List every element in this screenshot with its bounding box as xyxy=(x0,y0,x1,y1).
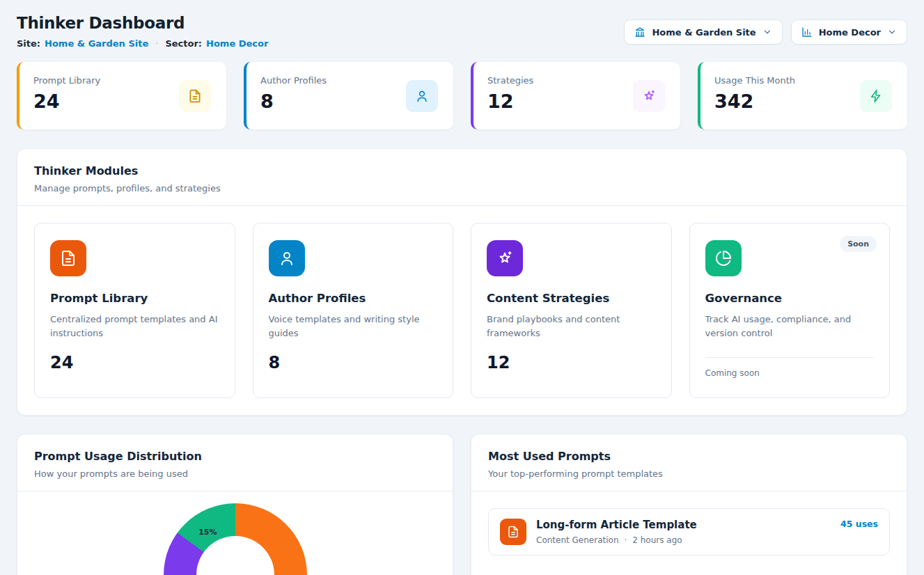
sector-switcher-label: Home Decor xyxy=(819,27,881,38)
divider xyxy=(705,357,875,358)
modules-subtitle: Manage prompts, profiles, and strategies xyxy=(34,183,890,194)
module-description: Voice templates and writing style guides xyxy=(269,313,438,340)
site-link[interactable]: Home & Garden Site xyxy=(45,38,148,49)
prompt-item-time: 2 hours ago xyxy=(632,535,682,545)
modules-title: Thinker Modules xyxy=(34,164,890,178)
bottom-row: Prompt Usage Distribution How your promp… xyxy=(17,434,907,575)
stat-card-author-profiles: Author Profiles 8 xyxy=(244,62,453,129)
stats-row: Prompt Library 24 Author Profiles 8 Stra… xyxy=(17,62,907,129)
module-card-author-profiles[interactable]: Author Profiles Voice templates and writ… xyxy=(253,223,454,398)
module-title: Governance xyxy=(705,292,875,305)
file-text-icon xyxy=(500,519,526,545)
breadcrumb: Site: Home & Garden Site · Sector: Home … xyxy=(17,38,268,49)
module-title: Content Strategies xyxy=(487,292,656,305)
site-label: Site: xyxy=(17,38,40,49)
prompt-item-title: Long-form Article Template xyxy=(536,519,697,531)
module-card-governance[interactable]: Soon Governance Track AI usage, complian… xyxy=(689,223,891,398)
pie-chart-icon xyxy=(705,240,742,276)
breadcrumb-separator: · xyxy=(155,38,158,49)
module-description: Centralized prompt templates and AI inst… xyxy=(50,313,219,340)
most-used-prompts-card: Most Used Prompts Your top-performing pr… xyxy=(471,434,907,575)
donut-hole xyxy=(196,536,274,575)
prompts-title: Most Used Prompts xyxy=(488,450,890,463)
prompt-item-uses-badge: 45 uses xyxy=(840,519,878,529)
soon-badge: Soon xyxy=(840,236,877,252)
module-card-content-strategies[interactable]: Content Strategies Brand playbooks and c… xyxy=(471,223,672,398)
sector-link[interactable]: Home Decor xyxy=(206,38,268,49)
sparkle-star-icon xyxy=(633,80,665,112)
usage-title: Prompt Usage Distribution xyxy=(34,450,436,463)
page-title: Thinker Dashboard xyxy=(17,14,268,32)
prompts-subtitle: Your top-performing prompt templates xyxy=(488,468,890,479)
building-icon xyxy=(634,26,645,38)
file-text-icon xyxy=(179,80,211,112)
user-icon xyxy=(269,240,305,276)
stat-card-strategies: Strategies 12 xyxy=(471,62,680,129)
module-stat: 8 xyxy=(269,353,438,372)
module-description: Brand playbooks and content frameworks xyxy=(487,313,656,340)
lightning-icon xyxy=(860,80,892,112)
header-left: Thinker Dashboard Site: Home & Garden Si… xyxy=(17,14,268,49)
coming-soon-text: Coming soon xyxy=(705,368,875,378)
sector-switcher-button[interactable]: Home Decor xyxy=(791,19,907,45)
module-stat: 24 xyxy=(50,353,219,372)
sparkle-star-icon xyxy=(487,240,523,276)
prompt-item-category: Content Generation xyxy=(536,535,618,545)
page-header: Thinker Dashboard Site: Home & Garden Si… xyxy=(17,14,907,49)
stat-card-prompt-library: Prompt Library 24 xyxy=(17,62,226,129)
user-icon xyxy=(406,80,438,112)
donut-segment-label: 15% xyxy=(198,528,217,537)
file-text-icon xyxy=(50,240,86,276)
dashboard-page: Thinker Dashboard Site: Home & Garden Si… xyxy=(0,0,924,575)
site-switcher-label: Home & Garden Site xyxy=(652,27,755,38)
module-card-prompt-library[interactable]: Prompt Library Centralized prompt templa… xyxy=(34,223,235,398)
thinker-modules-panel: Thinker Modules Manage prompts, profiles… xyxy=(17,148,907,416)
list-item-prompt[interactable]: Long-form Article Template Content Gener… xyxy=(488,508,890,556)
usage-subtitle: How your prompts are being used xyxy=(34,468,436,479)
prompt-item-text: Long-form Article Template Content Gener… xyxy=(536,519,697,545)
chevron-down-icon xyxy=(762,27,772,37)
module-description: Track AI usage, compliance, and version … xyxy=(705,313,875,340)
prompts-card-header: Most Used Prompts Your top-performing pr… xyxy=(471,434,907,491)
prompt-list: Long-form Article Template Content Gener… xyxy=(471,491,907,572)
meta-separator: · xyxy=(624,535,627,545)
chevron-down-icon xyxy=(887,27,897,37)
usage-card-header: Prompt Usage Distribution How your promp… xyxy=(17,434,453,491)
usage-distribution-card: Prompt Usage Distribution How your promp… xyxy=(17,434,453,575)
module-title: Prompt Library xyxy=(50,292,219,305)
donut-chart-area: 15% xyxy=(17,491,453,575)
module-stat: 12 xyxy=(487,353,656,372)
stat-card-usage: Usage This Month 342 xyxy=(698,62,907,129)
sector-label: Sector: xyxy=(165,38,202,49)
bar-chart-icon xyxy=(801,26,813,38)
header-actions: Home & Garden Site Home Decor xyxy=(624,19,907,45)
site-switcher-button[interactable]: Home & Garden Site xyxy=(624,19,782,45)
modules-grid: Prompt Library Centralized prompt templa… xyxy=(17,206,907,415)
modules-panel-header: Thinker Modules Manage prompts, profiles… xyxy=(17,149,907,205)
prompt-item-meta: Content Generation · 2 hours ago xyxy=(536,535,697,545)
module-title: Author Profiles xyxy=(269,292,438,305)
usage-donut: 15% xyxy=(164,503,307,575)
